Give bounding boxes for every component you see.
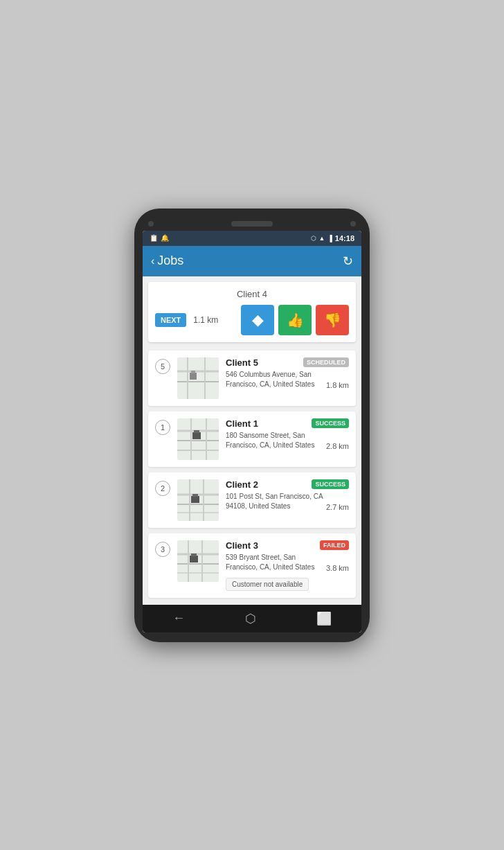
speaker: [231, 221, 273, 227]
next-card-client-name: Client 4: [155, 289, 349, 299]
job-map: [177, 418, 219, 460]
bell-icon: 🔔: [161, 234, 169, 242]
job-info: Client 2 SUCCESS 101 Post St, San Franci…: [226, 479, 349, 511]
svg-rect-6: [191, 371, 195, 373]
job-info-top: Client 1 SUCCESS: [226, 418, 349, 429]
addr-row: 546 Columbus Avenue, San Francisco, CA, …: [226, 370, 349, 389]
status-right-icons: ⬡ ▲ ▐ 14:18: [311, 234, 354, 242]
job-info-top: Client 5 SCHEDULED: [226, 357, 349, 368]
addr-row: 180 Sansome Street, San Francisco, CA, U…: [226, 431, 349, 450]
phone-top: [143, 221, 361, 231]
back-button[interactable]: ‹: [151, 255, 154, 267]
job-distance: 3.8 km: [326, 564, 349, 572]
job-address: 546 Columbus Avenue, San Francisco, CA, …: [226, 370, 326, 389]
status-badge: SCHEDULED: [303, 357, 349, 367]
job-address: 539 Bryant Street, San Francisco, CA, Un…: [226, 553, 326, 572]
job-distance: 1.8 km: [326, 381, 349, 389]
sensor: [350, 221, 356, 227]
job-address: 101 Post St, San Francisco, CA 94108, Un…: [226, 492, 326, 511]
next-card-body: NEXT 1.1 km ◆ 👍 👎: [155, 305, 349, 335]
job-number: 1: [155, 420, 170, 435]
navigate-icon: ◆: [252, 311, 264, 329]
job-address: 180 Sansome Street, San Francisco, CA, U…: [226, 431, 326, 450]
table-row[interactable]: 1 Client 1 S: [148, 411, 356, 467]
app-bar-left: ‹ Jobs: [151, 254, 183, 268]
next-distance: 1.1 km: [193, 315, 218, 325]
table-row[interactable]: 5 Client 5 SCHEDULED: [148, 351, 356, 406]
phone-device: 📋 🔔 ⬡ ▲ ▐ 14:18 ‹ Jobs ↻ Client 4 NEXT 1: [134, 209, 370, 642]
phone-screen: 📋 🔔 ⬡ ▲ ▐ 14:18 ‹ Jobs ↻ Client 4 NEXT 1: [143, 231, 361, 632]
job-map: [177, 357, 219, 399]
refresh-button[interactable]: ↻: [343, 254, 353, 269]
job-map: [177, 479, 219, 521]
status-bar: 📋 🔔 ⬡ ▲ ▐ 14:18: [143, 231, 361, 246]
job-number: 3: [155, 542, 170, 557]
table-row[interactable]: 3 Client 3 F: [148, 533, 356, 598]
job-info-top: Client 3 FAILED: [226, 540, 349, 551]
next-badge: NEXT: [155, 313, 186, 327]
status-badge: SUCCESS: [312, 479, 349, 489]
job-info: Client 1 SUCCESS 180 Sansome Street, San…: [226, 418, 349, 450]
customer-not-available-badge: Customer not available: [226, 578, 309, 591]
svg-rect-21: [191, 496, 199, 503]
page-title: Jobs: [157, 254, 183, 268]
job-client-name: Client 5: [226, 357, 258, 368]
status-badge: FAILED: [320, 540, 349, 550]
back-nav-button[interactable]: ←: [163, 608, 195, 628]
svg-rect-22: [192, 494, 198, 497]
navigate-button[interactable]: ◆: [241, 305, 274, 335]
job-info: Client 3 FAILED 539 Bryant Street, San F…: [226, 540, 349, 591]
job-distance: 2.8 km: [326, 442, 349, 450]
status-left-icons: 📋 🔔: [150, 234, 169, 242]
app-bar: ‹ Jobs ↻: [143, 246, 361, 276]
fail-button[interactable]: 👎: [316, 305, 349, 335]
action-buttons: ◆ 👍 👎: [241, 305, 349, 335]
camera: [148, 221, 154, 227]
notification-icon: 📋: [150, 234, 158, 242]
thumbs-down-icon: 👎: [324, 312, 341, 328]
job-client-name: Client 3: [226, 540, 258, 551]
job-map: [177, 540, 219, 582]
success-button[interactable]: 👍: [278, 305, 312, 335]
addr-row: 539 Bryant Street, San Francisco, CA, Un…: [226, 553, 349, 572]
job-number: 2: [155, 481, 170, 496]
thumbs-up-icon: 👍: [287, 312, 304, 328]
wifi-icon: ▲: [319, 235, 325, 242]
job-number: 5: [155, 359, 170, 374]
svg-rect-14: [194, 430, 199, 433]
bluetooth-icon: ⬡: [311, 235, 316, 242]
svg-rect-5: [190, 373, 197, 380]
job-client-name: Client 2: [226, 479, 258, 490]
time-display: 14:18: [335, 234, 354, 242]
job-list: 5 Client 5 SCHEDULED: [143, 348, 361, 601]
recent-nav-button[interactable]: ⬜: [307, 608, 341, 629]
job-info-top: Client 2 SUCCESS: [226, 479, 349, 490]
battery-icon: ▐: [327, 235, 332, 242]
svg-rect-30: [191, 554, 197, 556]
table-row[interactable]: 2 Client 2 S: [148, 472, 356, 528]
svg-rect-13: [192, 432, 201, 439]
svg-rect-29: [190, 556, 198, 563]
next-card: Client 4 NEXT 1.1 km ◆ 👍 👎: [148, 282, 356, 342]
svg-rect-0: [177, 357, 219, 399]
home-nav-button[interactable]: ⬡: [235, 608, 266, 629]
addr-row: 101 Post St, San Francisco, CA 94108, Un…: [226, 492, 349, 511]
status-badge: SUCCESS: [312, 418, 349, 428]
job-client-name: Client 1: [226, 418, 258, 429]
job-distance: 2.7 km: [326, 503, 349, 511]
phone-nav-bar: ← ⬡ ⬜: [143, 605, 361, 632]
job-info: Client 5 SCHEDULED 546 Columbus Avenue, …: [226, 357, 349, 389]
